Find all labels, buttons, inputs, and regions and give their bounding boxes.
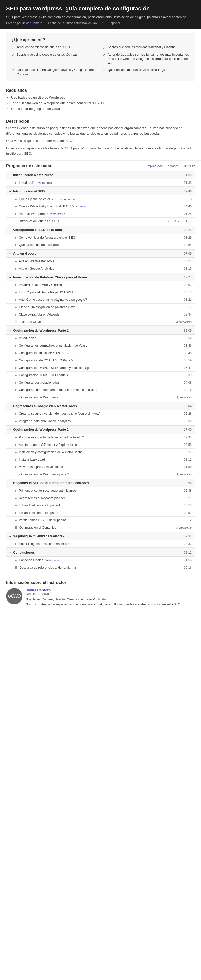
lesson-item: ▶ Instalar Lazy Load 01:12 (6, 456, 195, 463)
lesson-left: ▶ Configurar los permalinks e instalació… (14, 344, 182, 347)
avatar: UCHO (6, 588, 22, 604)
lesson-left: ▶ Palabras Clave: Arte y Ciencia (14, 283, 182, 287)
lesson-right: 02:39 (182, 373, 192, 377)
section-header-left: − Verifiquemos el SEO de tu sitio (9, 228, 62, 232)
play-icon: ▶ (14, 436, 17, 439)
lesson-preview-link[interactable]: Vista previa (70, 205, 86, 208)
lesson-item: ▶ Configuración YOAST SEO parte 4 02:39 (6, 372, 195, 379)
lesson-title: Configuración YOAST SEO parte 4 (19, 373, 68, 377)
lesson-duration: 02:18 (184, 197, 192, 201)
expand-all-link[interactable]: Ampliar todo (146, 164, 163, 168)
lesson-title: Hacer Ping, esto es como hacer eje (19, 542, 69, 546)
section-toggle-icon: − (9, 404, 11, 407)
lesson-duration: 02:58 (184, 443, 192, 447)
lesson-item: ▶ Alta en Google Analyitics 03:15 (6, 265, 195, 272)
instructor-link[interactable]: Javier Cantero (22, 21, 42, 25)
lesson-item: ☰ Optimización el Contenido 3 preguntas (6, 524, 195, 531)
lesson-right: 01:56 (182, 558, 192, 562)
lesson-title: Optimización de Wordpress parte 2 (19, 473, 69, 476)
lesson-right: 02:33 (182, 436, 192, 439)
section-header[interactable]: − Optimización de Wordpress Parte 1 32:0… (6, 326, 195, 335)
lesson-preview-link[interactable]: Vista previa (45, 559, 60, 562)
lesson-item: ▶ Editando el contenido parte 1 06:53 (6, 502, 195, 509)
lesson-item: ▶ Configurar sumo me para compartir con … (6, 387, 195, 394)
section-header[interactable]: − Conclusiones 02:12 (6, 548, 195, 557)
lesson-title: Primero el contenido, luego optimizamos (19, 489, 76, 492)
lesson-title: Auditar usando GT metrix y Pigdom tools (19, 443, 77, 447)
lesson-item: ▶ Regresemos al Keyword planner 03:21 (6, 495, 195, 502)
lesson-duration: 02:52 (184, 511, 192, 515)
stats-duration: 01:59:12 (183, 164, 195, 168)
play-icon: ▶ (14, 450, 17, 454)
lesson-title: Clase extra: Alta en Adwords (19, 313, 60, 316)
lesson-duration: 03:46 (184, 344, 192, 347)
lesson-right: 00:54 (182, 243, 192, 247)
lesson-title: Como verificar de forma gratuita el SEO (19, 236, 75, 239)
curriculum-section-block: − Introducción al SEO 09:46 ▶ Qué es y q… (6, 187, 195, 225)
play-icon: ▶ (14, 313, 17, 316)
section-title: Verifiquemos el SEO de tu sitio (13, 228, 62, 232)
section-header[interactable]: − Optimización de Wordpress Parte 2 17:0… (6, 425, 195, 434)
lesson-right: 02:18 (182, 197, 192, 201)
lesson-title: Descarga de referencias a Herramientas (19, 566, 77, 570)
lesson-right: 03:21 (182, 298, 192, 302)
lesson-duration: 02:39 (184, 373, 192, 377)
section-header[interactable]: − Hagamos el SEO de Nuestras primeras en… (6, 479, 195, 487)
curriculum-section-block: − Optimización de Wordpress Parte 1 32:0… (6, 326, 195, 401)
lesson-right: 02:33 (182, 542, 192, 546)
section-header[interactable]: − Verifiquemos el SEO de tu sitio 04:23 (6, 226, 195, 234)
play-icon: ▶ (14, 443, 17, 447)
lesson-item: ▶ Auditar usando GT metrix y Pigdom tool… (6, 441, 195, 449)
section-header[interactable]: − Alta en Google 07:09 (6, 249, 195, 258)
lesson-left: ▶ Regresemos al Keyword planner (14, 496, 182, 500)
learn-item: ✓ Tener conocimiento de que es el SEO (11, 45, 98, 51)
curriculum-section-block: − Verifiquemos el SEO de tu sitio 04:23 … (6, 226, 195, 249)
section-header[interactable]: − Introducción a este curso 01:33 (6, 171, 195, 179)
lesson-title: Palabras Clave (19, 320, 41, 324)
section-title: Conclusiones (13, 550, 35, 554)
section-toggle-icon: − (9, 173, 11, 177)
learn-item: ✓ Que son las palabras clave de cola lar… (103, 68, 190, 77)
section-header-left: − Introducción al SEO (9, 189, 45, 193)
instructor-name[interactable]: Javier Cantero (26, 588, 181, 592)
requirement-item: Uso básico de un sitio de Wordpress (11, 95, 195, 100)
lesson-right: 02:28 (182, 412, 192, 415)
lesson-item: ▶ Consejos Finales Vista previa 01:56 (6, 557, 195, 564)
check-icon: ✓ (103, 68, 106, 73)
section-header-left: − Conclusiones (9, 550, 35, 554)
lesson-item: ▶ Configurar post relacionados 04:08 (6, 379, 195, 387)
lesson-left: ▶ Alta en Google Analyitics (14, 267, 182, 270)
lesson-left: ▶ Introducción Vista previa (14, 181, 182, 185)
lesson-title: Que es White Hat y Black Hat SEO (19, 205, 68, 208)
description-para3: En este curso aprenderás las bases del S… (6, 146, 195, 156)
instructor-bio1: Soy Javier Cantero, Director Creativo de… (26, 597, 181, 602)
lesson-duration: 04:46 (184, 205, 192, 208)
learn-title: ¿Qué aprenderé? (11, 37, 190, 42)
lesson-preview-link[interactable]: Vista previa (38, 181, 54, 184)
section-header[interactable]: − Investigación de Palabras Claves para … (6, 273, 195, 282)
section-toggle-icon: − (9, 329, 11, 332)
section-duration: 01:33 (184, 173, 192, 177)
section-duration: 17:00 (184, 428, 192, 431)
lesson-duration: 01:33 (184, 181, 192, 185)
lesson-left: ▶ Volvamos a probar la velocidad (14, 465, 182, 469)
section-header[interactable]: − Introducción al SEO 09:46 (6, 187, 195, 196)
section-header[interactable]: − Ya publiqué mi entrada y Ahora? 02:33 (6, 532, 195, 540)
lesson-preview-link[interactable]: Vista previa (59, 197, 74, 200)
section-toggle-icon: − (9, 228, 11, 231)
play-icon: ▶ (14, 267, 17, 270)
lesson-questions: 3 preguntas (176, 320, 192, 323)
play-icon: ▶ (14, 388, 17, 392)
section-header[interactable]: − Regresemos a Google Web Master Tools 0… (6, 402, 195, 410)
curriculum-stats: 37 clases • 01:59:12 (166, 164, 195, 168)
section-duration: 32:09 (184, 329, 192, 332)
document-icon: ☰ (14, 320, 17, 324)
lesson-preview-link[interactable]: Vista previa (50, 212, 65, 215)
section-header-left: − Hagamos el SEO de Nuestras primeras en… (9, 481, 89, 485)
lesson-left: ☰ Optimización de Wordpress (14, 396, 176, 399)
lesson-item: ▶ Verifiquemos el SEO de tu página 03:12 (6, 517, 195, 524)
lesson-item: ▶ Instalación y configuración de w3 tota… (6, 449, 195, 456)
lesson-duration: 03:36 (184, 419, 192, 423)
lesson-title: Configuración YOAST SEO parte 3 y alta s… (19, 366, 89, 369)
lesson-left: ☰ Optimización el Contenido (14, 526, 176, 530)
